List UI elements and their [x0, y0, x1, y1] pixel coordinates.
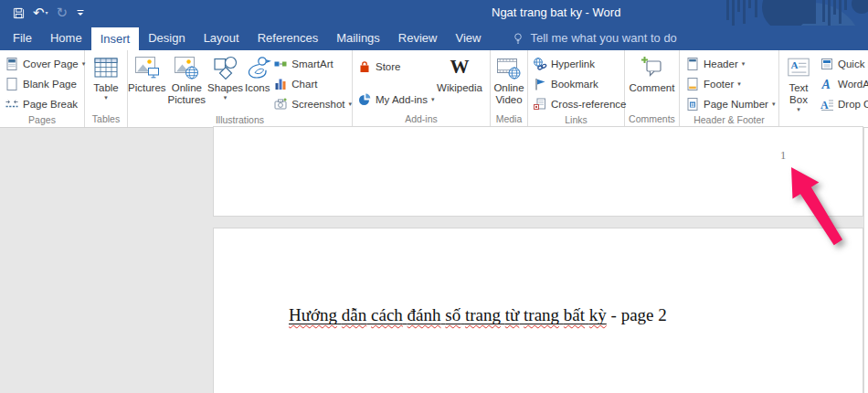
- customize-quick-access-button[interactable]: [76, 8, 85, 17]
- tab-file[interactable]: File: [4, 26, 41, 50]
- tab-mailings[interactable]: Mailings: [327, 26, 389, 50]
- window-title: Ngat trang bat ky - Word: [492, 0, 620, 26]
- dropdown-caret-icon: ▾: [772, 101, 776, 108]
- footer-button[interactable]: Footer ▾: [685, 74, 775, 94]
- lightbulb-icon: [512, 32, 524, 45]
- redo-icon: ↻: [57, 6, 69, 20]
- page-break-button[interactable]: Page Break: [5, 94, 85, 114]
- ribbon-group-text: Text Box ▾ Quick Pa WordArt Drop Cap: [779, 50, 868, 127]
- document-page-1[interactable]: 1: [213, 126, 863, 217]
- save-button[interactable]: [13, 7, 25, 19]
- group-label-links: Links: [528, 114, 624, 127]
- scroll-area[interactable]: [863, 128, 868, 393]
- bookmark-button[interactable]: Bookmark: [533, 74, 626, 94]
- screenshot-icon: [273, 97, 288, 112]
- table-icon: [92, 55, 120, 80]
- misspelled-word: bất: [564, 305, 585, 324]
- chart-icon: [273, 77, 288, 91]
- shapes-button[interactable]: Shapes ▾: [207, 50, 243, 101]
- cover-page-icon: [5, 57, 19, 71]
- online-video-button[interactable]: Online Video: [491, 50, 527, 106]
- quick-access-toolbar: ↶▾ ↻: [13, 0, 85, 26]
- comment-button[interactable]: Comment: [626, 50, 679, 94]
- ribbon-group-tables: Table ▾ Tables: [85, 50, 128, 127]
- title-bar: ↶▾ ↻ Ngat trang bat ky - Word: [0, 0, 868, 26]
- tab-home[interactable]: Home: [41, 26, 91, 50]
- smartart-button[interactable]: SmartArt: [273, 54, 352, 74]
- header-button[interactable]: Header ▾: [685, 54, 775, 74]
- header-icon: [685, 57, 700, 71]
- dropdown-caret-icon: ▾: [348, 101, 352, 108]
- wikipedia-w-icon: W: [450, 58, 470, 77]
- footer-icon: [685, 77, 700, 91]
- document-page-2[interactable]: Hướng dẫn cách đánh số trang từ trang bấ…: [213, 228, 863, 393]
- misspelled-word: từ: [505, 305, 520, 324]
- misspelled-word: số: [445, 305, 460, 324]
- tab-insert[interactable]: Insert: [91, 27, 140, 50]
- ribbon-group-pages: Cover Page ▾ Blank Page Page Break Pages: [0, 50, 85, 127]
- ribbon-group-media: Online Video Media: [491, 50, 528, 127]
- blank-page-icon: [5, 77, 19, 91]
- dropdown-caret-icon: ▾: [737, 80, 741, 88]
- tab-layout[interactable]: Layout: [195, 26, 249, 50]
- page-break-icon: [5, 97, 19, 112]
- my-add-ins-icon: [357, 92, 372, 107]
- heading-underlined-text: Hướng dẫn cách đánh số trang từ trang bấ…: [289, 305, 607, 324]
- misspelled-word: cách: [371, 305, 403, 324]
- blank-page-button[interactable]: Blank Page: [5, 74, 85, 94]
- icons-button[interactable]: Icons: [243, 50, 271, 94]
- redo-button[interactable]: ↻: [57, 6, 69, 20]
- group-label-comments: Comments: [625, 113, 679, 127]
- smartart-icon: [273, 57, 288, 71]
- ribbon-group-addins: Store My Add-ins ▾ W Wikipedia Add-ins: [353, 50, 491, 127]
- customize-quick-access-icon: [76, 8, 85, 17]
- my-add-ins-button[interactable]: My Add-ins ▾: [357, 90, 433, 110]
- undo-caret-icon: ▾: [46, 10, 48, 16]
- wordart-button[interactable]: WordArt: [820, 74, 868, 94]
- cover-page-button[interactable]: Cover Page ▾: [5, 54, 85, 74]
- screenshot-button[interactable]: Screenshot ▾: [273, 94, 352, 114]
- pictures-icon: [133, 55, 161, 80]
- online-pictures-button[interactable]: Online Pictures: [166, 50, 208, 106]
- store-button[interactable]: Store: [357, 57, 433, 77]
- quick-parts-button[interactable]: Quick Pa: [820, 54, 868, 74]
- page-number-footer: 1: [780, 149, 786, 163]
- comment-icon: [639, 55, 666, 80]
- undo-button[interactable]: ↶▾: [33, 6, 48, 20]
- group-label-addins: Add-ins: [353, 113, 490, 127]
- save-icon: [13, 7, 25, 19]
- misspelled-word: đánh: [408, 305, 441, 324]
- text-box-icon: [786, 56, 811, 79]
- ribbon-group-illustrations: Pictures Online Pictures Shapes ▾ Icons …: [128, 50, 353, 127]
- ribbon-group-links: Hyperlink Bookmark Cross-reference Links: [528, 50, 625, 127]
- hyperlink-icon: [533, 57, 547, 71]
- tab-design[interactable]: Design: [139, 26, 194, 50]
- tab-references[interactable]: References: [249, 26, 327, 50]
- page-number-button[interactable]: Page Number ▾: [685, 94, 775, 114]
- group-label-media: Media: [491, 113, 527, 127]
- quick-parts-icon: [820, 57, 834, 71]
- group-label-text: [779, 114, 868, 127]
- online-pictures-icon: [173, 55, 200, 80]
- tell-me-box[interactable]: Tell me what you want to do: [512, 26, 676, 50]
- ribbon: Cover Page ▾ Blank Page Page Break Pages…: [0, 50, 868, 128]
- bookmark-icon: [533, 77, 547, 91]
- group-label-illustrations: Illustrations: [128, 114, 352, 127]
- misspelled-word: trang: [465, 305, 501, 324]
- tab-review[interactable]: Review: [389, 26, 447, 50]
- group-label-header-footer: Header & Footer: [680, 114, 778, 127]
- hyperlink-button[interactable]: Hyperlink: [533, 54, 626, 74]
- drop-cap-button[interactable]: Drop Cap: [820, 94, 868, 114]
- pictures-button[interactable]: Pictures: [128, 50, 166, 94]
- cross-reference-button[interactable]: Cross-reference: [533, 94, 626, 114]
- duck-icon: [244, 55, 271, 80]
- dropdown-caret-icon: ▾: [742, 60, 746, 68]
- tab-view[interactable]: View: [446, 26, 490, 50]
- wikipedia-button[interactable]: W Wikipedia: [433, 50, 486, 94]
- chart-button[interactable]: Chart: [273, 74, 352, 94]
- table-button[interactable]: Table ▾: [86, 50, 127, 101]
- titlebar-decoration: [676, 0, 868, 26]
- page-number-icon: [685, 97, 700, 112]
- text-box-button[interactable]: Text Box ▾: [779, 50, 818, 113]
- dropdown-caret-icon: ▾: [224, 94, 228, 101]
